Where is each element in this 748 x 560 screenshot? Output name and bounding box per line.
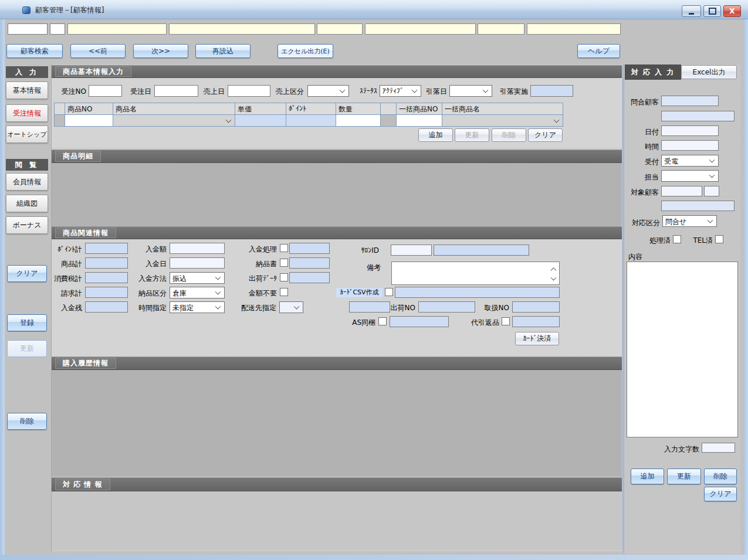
table-header-blank xyxy=(380,103,397,115)
remarks-label: 備考 xyxy=(346,263,381,273)
card-csv-label: ｶｰﾄﾞCSV作成 xyxy=(336,288,383,297)
table-cell-product-no[interactable] xyxy=(65,114,113,127)
sidebar-view-header: 閲 覧 xyxy=(6,159,48,171)
panel-update-button[interactable]: 更新 xyxy=(667,469,701,484)
no-amount-checkbox[interactable] xyxy=(280,288,288,296)
scroll-down-icon[interactable] xyxy=(551,275,557,281)
table-cell-quantity[interactable] xyxy=(336,114,381,127)
staff-select[interactable] xyxy=(661,170,719,182)
date-field[interactable] xyxy=(661,125,719,136)
delivery-note-checkbox[interactable] xyxy=(280,259,288,267)
table-cell-rowselect[interactable] xyxy=(54,114,65,127)
payment-date-field[interactable] xyxy=(170,257,225,269)
table-header-unit-price: 単価 xyxy=(235,103,286,115)
time-spec-select[interactable]: 未指定 xyxy=(170,301,225,313)
delivery-class-select[interactable]: 倉庫 xyxy=(170,287,225,298)
payment-process-checkbox[interactable] xyxy=(280,244,288,252)
detail-section-title: 商品明細 xyxy=(55,151,101,162)
chevron-down-icon xyxy=(226,117,232,123)
processed-checkbox[interactable] xyxy=(673,235,681,243)
header-field-2[interactable] xyxy=(50,23,65,35)
inquiry-customer-label: 問合顧客 xyxy=(627,97,659,107)
shipping-no-label: 出荷NO xyxy=(380,303,415,313)
cod-return-checkbox[interactable] xyxy=(502,317,510,325)
product-update-button[interactable]: 更新 xyxy=(455,128,489,142)
order-date-field[interactable] xyxy=(154,85,198,97)
target-customer-sub-field[interactable] xyxy=(704,186,719,196)
card-csv-checkbox[interactable] xyxy=(385,288,393,296)
sidebar-update-button[interactable]: 更新 xyxy=(7,340,47,357)
chevron-down-icon xyxy=(483,87,489,93)
payment-amount-label: 入金額 xyxy=(120,245,167,254)
as-bundle-checkbox[interactable] xyxy=(378,317,387,325)
remarks-textarea[interactable] xyxy=(391,262,560,285)
sidebar-item-autoship[interactable]: オートシップ xyxy=(6,125,48,143)
response-class-select[interactable]: 問合せ xyxy=(662,215,717,227)
header-field-4[interactable] xyxy=(169,23,315,35)
header-field-5[interactable] xyxy=(317,23,363,35)
processed-label: 処理済 xyxy=(644,236,671,246)
header-field-8[interactable] xyxy=(527,23,621,35)
panel-clear-button[interactable]: クリア xyxy=(704,487,737,501)
sidebar-item-order-info[interactable]: 受注情報 xyxy=(6,104,48,122)
time-field[interactable] xyxy=(661,140,719,151)
related-section-title: 商品関連情報 xyxy=(55,228,116,238)
shipping-data-checkbox[interactable] xyxy=(280,273,288,281)
sidebar-item-org-chart[interactable]: 組織図 xyxy=(6,195,48,212)
minimize-button[interactable] xyxy=(682,5,701,17)
inquiry-customer-field[interactable] xyxy=(661,96,719,106)
payment-amount-field[interactable] xyxy=(170,243,225,254)
delivery-dest-label: 配送先指定 xyxy=(238,303,276,313)
next-button[interactable]: 次>> xyxy=(133,44,188,58)
tel-done-label: TEL済 xyxy=(689,236,713,246)
reception-label: 受付 xyxy=(641,157,659,167)
product-add-button[interactable]: 追加 xyxy=(418,128,453,142)
excel-export-button[interactable]: エクセル出力(E) xyxy=(277,44,333,58)
panel-add-button[interactable]: 追加 xyxy=(631,469,664,484)
customer-search-button[interactable]: 顧客検索 xyxy=(6,44,63,58)
delivery-dest-select[interactable] xyxy=(279,301,303,313)
sidebar-register-button[interactable]: 登録 xyxy=(7,314,47,331)
table-cell-product-name-select[interactable] xyxy=(113,114,235,127)
window-frame-left xyxy=(0,19,5,555)
header-field-6[interactable] xyxy=(365,23,476,35)
tel-done-checkbox[interactable] xyxy=(715,235,723,243)
debit-exec-label: 引落実施 xyxy=(496,87,528,97)
prev-button[interactable]: <<前 xyxy=(70,44,126,58)
debit-date-select[interactable] xyxy=(449,85,492,97)
reload-button[interactable]: 再読込 xyxy=(195,44,251,58)
product-delete-button[interactable]: 削除 xyxy=(492,128,526,142)
chevron-down-icon xyxy=(554,117,560,123)
header-field-7[interactable] xyxy=(478,23,524,35)
sidebar-item-bonus[interactable]: ボーナス xyxy=(6,216,48,234)
sales-class-select[interactable] xyxy=(307,85,349,97)
panel-delete-button[interactable]: 削除 xyxy=(704,469,737,484)
payment-method-select[interactable]: 振込 xyxy=(170,272,225,284)
content-textarea[interactable] xyxy=(627,262,738,437)
close-button[interactable]: X xyxy=(723,5,741,17)
sidebar-delete-button[interactable]: 削除 xyxy=(7,413,47,430)
table-cell-bulk-product-no[interactable] xyxy=(396,114,442,127)
order-no-field[interactable] xyxy=(89,85,122,97)
sidebar-item-basic-info[interactable]: 基本情報 xyxy=(6,82,48,99)
order-no-label: 受注NO xyxy=(60,87,86,97)
table-cell-bulk-product-name-select[interactable] xyxy=(442,114,563,127)
help-button[interactable]: ヘルプ xyxy=(577,44,620,58)
panel-excel-button[interactable]: Excel出力 xyxy=(681,65,737,79)
card-csv-field xyxy=(395,287,560,298)
reception-select[interactable]: 受電 xyxy=(661,155,719,167)
sidebar-item-member-info[interactable]: 会員情報 xyxy=(6,173,48,191)
maximize-button[interactable] xyxy=(703,5,721,17)
sales-date-field[interactable] xyxy=(228,85,270,97)
table-header-bulk-product-name: 一括商品名 xyxy=(442,103,563,115)
header-field-3[interactable] xyxy=(67,23,167,35)
header-field-1[interactable] xyxy=(8,23,48,35)
salon-id-field-1[interactable] xyxy=(391,245,432,256)
target-customer-field[interactable] xyxy=(661,186,702,196)
card-settlement-button[interactable]: ｶｰﾄﾞ決済 xyxy=(515,332,559,345)
status-select[interactable]: ｱｸﾃｨﾌﾞ xyxy=(380,85,421,97)
scroll-up-icon[interactable] xyxy=(551,267,557,273)
product-clear-button[interactable]: クリア xyxy=(528,128,563,142)
chevron-down-icon xyxy=(215,304,221,310)
response-panel-title: 対 応 入 力 xyxy=(625,65,681,80)
